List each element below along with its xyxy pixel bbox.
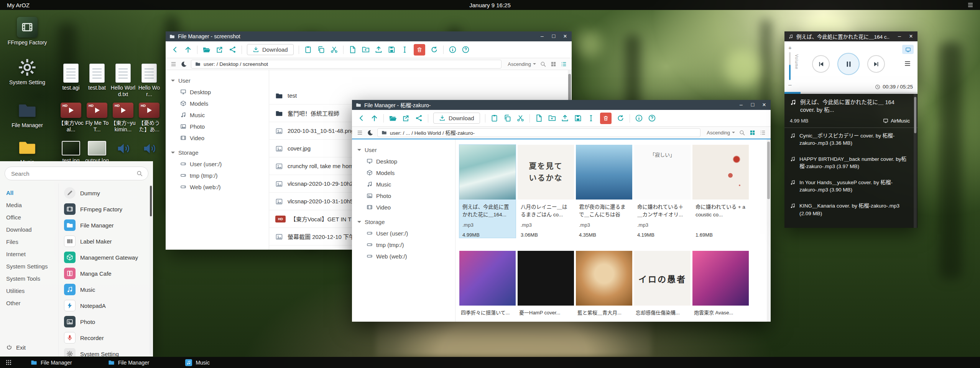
minimize-button[interactable] [539,33,545,40]
desktop-file[interactable]: Hello World.txt [110,64,136,97]
close-button[interactable] [908,33,914,40]
category-internet[interactable]: Internet [0,248,58,260]
win1-titlebar[interactable]: File Manager - screenshot [166,31,572,41]
copy-button[interactable] [503,114,511,122]
sidebar-toggle-icon[interactable] [357,129,363,136]
desktop-file[interactable]: test.agi [58,64,84,91]
cut-button[interactable] [330,46,338,54]
desktop-media-file[interactable] [110,141,136,158]
sidebar-item-web-drive[interactable]: Web (web:/) [166,181,269,193]
sidebar-item-user-drive[interactable]: User (user:/) [166,158,269,170]
category-files[interactable]: Files [0,236,58,248]
category-system-settings[interactable]: System Settings [0,260,58,272]
refresh-button[interactable] [430,46,438,54]
sidebar-item-user-drive[interactable]: User (user:/) [352,227,455,239]
new-folder-button[interactable] [548,114,556,122]
desktop-shortcut-system-setting[interactable]: System Setting [6,57,48,86]
info-button[interactable] [635,114,643,122]
file-tile[interactable]: 藍と紫桜＿青大月... [576,251,632,316]
app-item-system-setting[interactable]: System Setting [59,346,153,357]
player-titlebar[interactable]: 例えば、今此処に置かれた花に＿164 c... [784,31,918,41]
desktop-media-file[interactable]: test.jpg [58,141,84,164]
volume-up-icon[interactable] [788,44,792,51]
brand-label[interactable]: My ArOZ [7,2,30,8]
app-item-music[interactable]: Music [59,281,153,298]
new-file-button[interactable] [349,46,357,54]
open-button[interactable] [389,114,397,122]
desktop-media-file[interactable]: output.log [84,141,110,164]
sidebar-group-storage[interactable]: Storage [352,216,455,227]
win2-scrollbar[interactable] [767,139,770,322]
previous-button[interactable] [812,55,830,73]
search-icon[interactable] [739,129,745,136]
dark-mode-icon[interactable] [181,61,187,67]
minimize-button[interactable] [897,33,902,40]
playlist-item[interactable]: HAPPY BIRTHDAY＿back number cover. by柘榴-z… [784,151,918,175]
file-tile[interactable]: 「寂しい」 命に嫌われている＋＿カンザキイオリ... .mp3 4.19MB [634,145,691,238]
win2-titlebar[interactable]: File Manager - 柘榴-zakuro- [352,100,771,110]
playlist-item[interactable]: KING＿Kanaria cover. by 柘榴-zakuro-.mp3 (2… [784,198,918,221]
playlist-item[interactable]: Cynic＿ポリスピカデリー cover. by 柘榴-zakuro-.mp3 … [784,128,918,151]
open-external-button[interactable] [402,114,410,122]
desktop-video-file[interactable]: Fly Me To T... [84,103,110,132]
app-item-notepada[interactable]: NotepadA [59,298,153,314]
volume-slider[interactable] [788,44,792,88]
paste-button[interactable] [304,46,312,54]
grid-view-icon[interactable] [550,61,557,67]
sidebar-item-video[interactable]: Video [352,201,455,213]
save-button[interactable] [388,46,396,54]
sidebar-item-photo[interactable]: Photo [352,190,455,201]
rename-button[interactable] [587,114,595,122]
refresh-button[interactable] [617,114,625,122]
now-playing[interactable]: 例えば、今此処に置かれた花に＿ 164 cover. by 柘... [784,94,918,116]
file-tile[interactable]: 炮雲東京 Avase... [692,251,749,316]
category-media[interactable]: Media [0,199,58,211]
volume-down-icon[interactable] [788,81,791,88]
sidebar-item-tmp-drive[interactable]: tmp (tmp:/) [166,170,269,181]
next-button[interactable] [867,55,885,73]
desktop-video-file[interactable]: 【東方~yukimin... [110,103,136,132]
app-item-file-manager[interactable]: File Manager [59,217,153,233]
app-item-dummy[interactable]: Dummy [59,185,153,201]
close-button[interactable] [562,33,568,40]
file-tile-selected[interactable]: 例えば、今此処に置かれた花に＿164... .mp3 4.99MB [459,145,516,238]
taskbar-item-file-manager-1[interactable]: File Manager [24,357,79,368]
desktop-file[interactable]: test.bat [84,64,110,91]
app-item-manga-cafe[interactable]: Manga Cafe [59,265,153,281]
save-button[interactable] [574,114,582,122]
category-all[interactable]: All [0,186,58,199]
sidebar-item-tmp-drive[interactable]: tmp (tmp:/) [352,239,455,250]
taskbar-item-music[interactable]: Music [178,357,217,368]
close-button[interactable] [761,101,767,108]
back-button[interactable] [171,46,179,54]
file-tile[interactable]: イロの愚者 忘却感傷仕傷染購... [634,251,691,316]
sidebar-item-music[interactable]: Music [166,109,269,121]
breadcrumb[interactable]: user: / ... / Hello World / 柘榴-zakuro- [377,128,700,137]
download-button[interactable]: Download [247,44,294,55]
copy-button[interactable] [317,46,325,54]
file-tile[interactable]: 命に嫌われている + acoustic co... 1.69MB [692,145,749,238]
rename-button[interactable] [401,46,409,54]
desktop-video-file[interactable]: 【東方Vocal... [58,103,84,132]
sidebar-item-desktop[interactable]: Desktop [352,155,455,167]
top-hamburger-icon[interactable] [967,2,974,8]
delete-button[interactable] [414,44,425,56]
app-item-label-maker[interactable]: Label Maker [59,233,153,249]
sidebar-group-user[interactable]: User [166,75,269,86]
file-tile[interactable]: 君が夜の海に還るまで＿こんにちは谷田... .mp3 4.35MB [576,145,632,238]
paste-button[interactable] [490,114,498,122]
app-item-photo[interactable]: Photo [59,314,153,330]
sidebar-item-models[interactable]: Models [166,98,269,109]
share-button[interactable] [415,114,423,122]
download-button[interactable]: Download [433,113,480,124]
playlist-menu-icon[interactable] [904,60,911,67]
desktop-shortcut-ffmpeg-factory[interactable]: FFmpeg Factory [6,17,48,46]
file-tile[interactable]: 憂一HamP cover... [518,251,574,316]
app-item-recorder[interactable]: Recorder [59,330,153,346]
playlist-scrollbar[interactable] [914,94,917,228]
category-download[interactable]: Download [0,223,58,236]
category-other[interactable]: Other [0,297,58,309]
sidebar-item-models[interactable]: Models [352,167,455,178]
sidebar-item-web-drive[interactable]: Web (web:/) [352,250,455,262]
app-item-management-gateway[interactable]: Management Gateway [59,249,153,265]
